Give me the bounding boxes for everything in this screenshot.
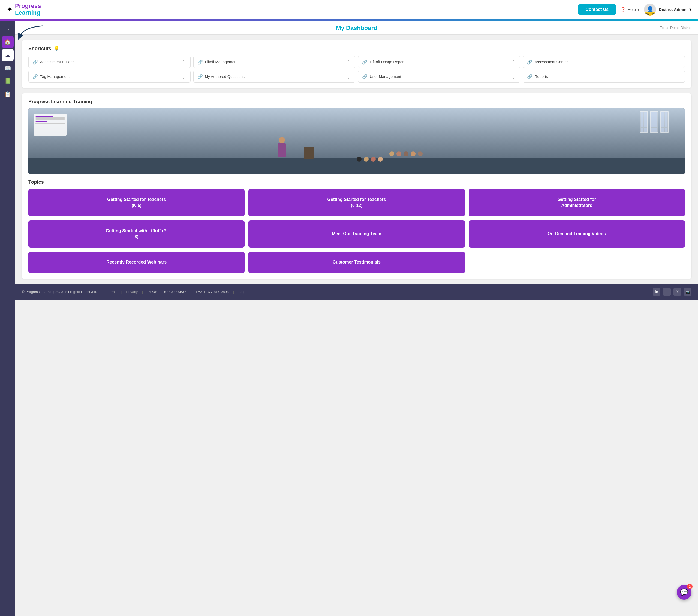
link-icon: 🔗 [362,74,367,79]
shortcut-liftoff-management[interactable]: 🔗 Liftoff Management ⋮ [193,56,355,68]
main-content: My Dashboard Texas Demo District Shortcu… [15,21,698,616]
sidebar-icon-clipboard[interactable]: 📋 [2,88,14,100]
help-label: Help [627,7,636,12]
twitter-icon[interactable]: 𝕏 [673,288,681,296]
facebook-icon[interactable]: f [663,288,671,296]
shortcuts-label: Shortcuts [28,46,51,52]
shortcut-label: 🔗 Tag Management [32,74,70,79]
sep5: | [233,290,234,294]
shortcut-label: 🔗 User Management [362,74,401,79]
linkedin-icon[interactable]: in [653,288,660,296]
logo-icon: ✦ [6,5,13,14]
topic-getting-started-liftoff[interactable]: Getting Started with Liftoff (2-8) [28,220,245,248]
shortcut-menu-dots[interactable]: ⋮ [346,59,351,65]
window-pane [650,111,658,133]
presenter-body [278,143,286,157]
contact-us-button[interactable]: Contact Us [578,4,616,15]
shortcut-menu-dots[interactable]: ⋮ [676,74,681,80]
classroom-windows [640,111,669,133]
shortcut-user-management[interactable]: 🔗 User Management ⋮ [358,71,520,83]
user-name: District Admin [659,7,686,12]
user-role-badge: DISTRICT ADMINISTRATOR [644,12,656,15]
cloud-icon: ☁ [5,52,10,58]
shortcut-assessment-builder[interactable]: 🔗 Assessment Builder ⋮ [28,56,191,68]
shortcut-label: 🔗 Assessment Center [527,59,568,65]
audience-person [371,157,376,162]
shortcut-menu-dots[interactable]: ⋮ [181,59,186,65]
audience-person [364,157,368,162]
shortcut-menu-dots[interactable]: ⋮ [181,74,186,80]
audience-person [389,151,394,156]
phone: PHONE 1-877-377-9537 [147,290,186,294]
training-scene [28,109,685,174]
user-area[interactable]: 👤 DISTRICT ADMINISTRATOR District Admin … [644,3,692,15]
content-area: Shortcuts 💡 🔗 Assessment Builder ⋮ 🔗 [15,34,698,284]
chat-bubble[interactable]: 💬 2 [677,585,692,600]
logo-learning: Learning [15,10,41,16]
audience-person [357,157,362,162]
topic-on-demand-training[interactable]: On-Demand Training Videos [469,220,685,248]
link-icon: 🔗 [362,59,367,65]
audience-person [396,151,401,156]
topic-getting-started-teachers-k5[interactable]: Getting Started for Teachers(K-5) [28,189,245,216]
shortcut-name: My Authored Questions [205,74,245,79]
link-icon: 🔗 [32,59,38,65]
avatar: 👤 DISTRICT ADMINISTRATOR [644,3,656,15]
user-chevron-icon: ▾ [689,7,692,12]
sidebar-icon-home[interactable]: 🏠 [2,36,14,48]
blog-link[interactable]: Blog [238,290,246,294]
logo-progress: Progress [15,3,41,9]
presenter-head [279,137,285,143]
instagram-icon[interactable]: 📷 [684,288,692,296]
sep1: | [101,290,102,294]
shortcut-lifttoff-usage-report[interactable]: 🔗 Lifttoff Usage Report ⋮ [358,56,520,68]
sidebar-icon-forward[interactable]: → [2,23,14,35]
layout: → 🏠 ☁ 📖 📗 📋 My Dashboard Texas Demo Dist… [0,21,698,616]
district-name: Texas Demo District [660,26,692,30]
home-icon: 🏠 [4,39,11,45]
dashboard-title-bar: My Dashboard Texas Demo District [15,21,698,34]
shortcut-menu-dots[interactable]: ⋮ [676,59,681,65]
shortcut-menu-dots[interactable]: ⋮ [511,59,516,65]
topics-placeholder [469,252,685,274]
window-pane [640,111,648,133]
shortcut-name: Assessment Builder [40,60,74,64]
topic-customer-testimonials[interactable]: Customer Testimonials [248,252,465,274]
topic-getting-started-administrators[interactable]: Getting Started forAdministrators [469,189,685,216]
shortcut-label: 🔗 Liftoff Management [197,59,238,65]
shortcut-menu-dots[interactable]: ⋮ [511,74,516,80]
shortcut-menu-dots[interactable]: ⋮ [346,74,351,80]
training-image [28,109,685,174]
chat-badge: 2 [687,584,693,589]
link-icon: 🔗 [197,74,203,79]
terms-link[interactable]: Terms [107,290,116,294]
chat-icon: 💬 [680,588,688,596]
shortcut-reports[interactable]: 🔗 Reports ⋮ [523,71,685,83]
sidebar-icon-book1[interactable]: 📖 [2,62,14,74]
logo-area: ✦ Progress Learning [6,3,41,16]
window-pane [660,111,669,133]
sidebar-icon-book2[interactable]: 📗 [2,75,14,87]
help-button[interactable]: ❓ Help ▾ [620,7,640,12]
clipboard-icon: 📋 [4,91,11,98]
shortcut-name: Tag Management [40,74,70,79]
topic-meet-training-team[interactable]: Meet Our Training Team [248,220,465,248]
shortcuts-section: Shortcuts 💡 🔗 Assessment Builder ⋮ 🔗 [22,40,692,88]
shortcut-tag-management[interactable]: 🔗 Tag Management ⋮ [28,71,191,83]
forward-icon: → [5,26,10,32]
privacy-link[interactable]: Privacy [126,290,138,294]
projection-screen [34,114,67,136]
sidebar-icon-cloud[interactable]: ☁ [2,49,14,61]
audience-person [418,151,423,156]
book1-icon: 📖 [4,65,11,71]
sep4: | [191,290,192,294]
shortcut-assessment-center[interactable]: 🔗 Assessment Center ⋮ [523,56,685,68]
link-icon: 🔗 [527,59,532,65]
training-section: Progress Learning Training [22,94,692,279]
shortcut-my-authored-questions[interactable]: 🔗 My Authored Questions ⋮ [193,71,355,83]
topics-title: Topics [28,179,685,185]
shortcut-label: 🔗 My Authored Questions [197,74,245,79]
topic-getting-started-teachers-612[interactable]: Getting Started for Teachers(6-12) [248,189,465,216]
topic-recently-recorded-webinars[interactable]: Recently Recorded Webinars [28,252,245,274]
book2-icon: 📗 [4,78,11,84]
